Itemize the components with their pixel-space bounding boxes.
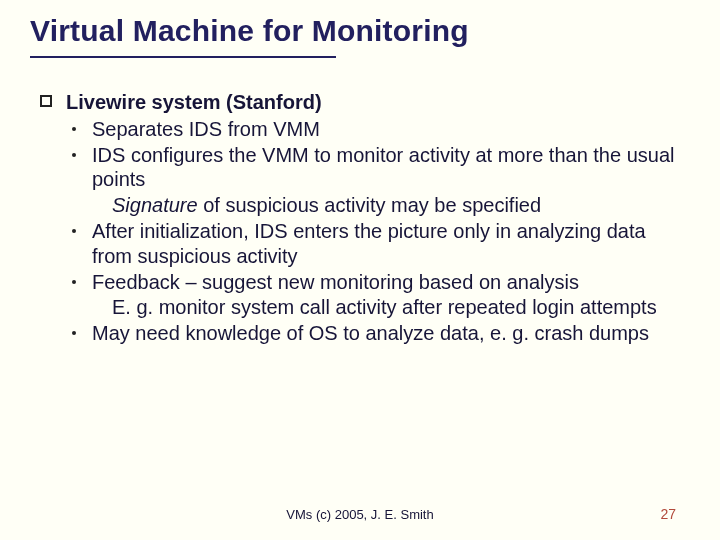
level2-text: Separates IDS from VMM <box>92 117 320 142</box>
level2-line: IDS configures the VMM to monitor activi… <box>92 144 674 191</box>
level3-rest: of suspicious activity may be specified <box>198 194 542 216</box>
bullet-level2: May need knowledge of OS to analyze data… <box>72 321 690 346</box>
square-bullet-icon <box>40 95 52 107</box>
level1-text: Livewire system (Stanford) <box>66 90 322 115</box>
bullet-level2: After initialization, IDS enters the pic… <box>72 219 690 269</box>
bullet-level3: Signature of suspicious activity may be … <box>112 193 690 218</box>
dot-bullet-icon <box>72 280 76 284</box>
footer-text: VMs (c) 2005, J. E. Smith <box>0 507 720 522</box>
page-number: 27 <box>660 506 676 522</box>
bullet-level2: Separates IDS from VMM <box>72 117 690 142</box>
level2-text: May need knowledge of OS to analyze data… <box>92 321 649 346</box>
level2-text: Feedback – suggest new monitoring based … <box>92 270 657 321</box>
bullet-level3: E. g. monitor system call activity after… <box>112 295 657 320</box>
bullet-level1: Livewire system (Stanford) <box>40 90 690 115</box>
bullet-level2: IDS configures the VMM to monitor activi… <box>72 143 690 218</box>
level2-text: After initialization, IDS enters the pic… <box>92 219 690 269</box>
slide-title: Virtual Machine for Monitoring <box>30 14 469 48</box>
dot-bullet-icon <box>72 153 76 157</box>
bullet-level2: Feedback – suggest new monitoring based … <box>72 270 690 321</box>
level2-group: Separates IDS from VMM IDS configures th… <box>72 117 690 346</box>
level2-text: IDS configures the VMM to monitor activi… <box>92 143 690 218</box>
dot-bullet-icon <box>72 127 76 131</box>
slide: Virtual Machine for Monitoring Livewire … <box>0 0 720 540</box>
dot-bullet-icon <box>72 229 76 233</box>
dot-bullet-icon <box>72 331 76 335</box>
slide-body: Livewire system (Stanford) Separates IDS… <box>40 90 690 347</box>
level2-line: Feedback – suggest new monitoring based … <box>92 271 579 293</box>
title-underline <box>30 56 336 58</box>
italic-word: Signature <box>112 194 198 216</box>
